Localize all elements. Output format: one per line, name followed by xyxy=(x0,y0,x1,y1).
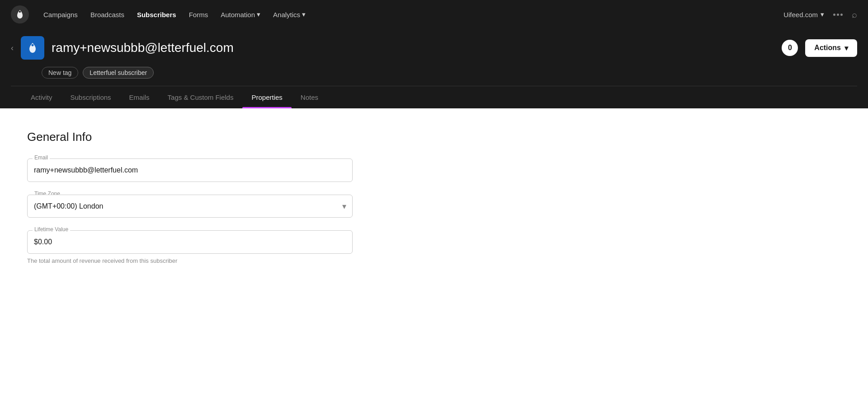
subscriber-header: ‹ ramy+newsubbb@letterfuel.com 0 Actions… xyxy=(0,29,868,108)
subscriber-score-badge: 0 xyxy=(782,40,798,56)
timezone-field-group: Time Zone (GMT+00:00) London ▾ xyxy=(27,195,353,218)
back-arrow-icon[interactable]: ‹ xyxy=(11,43,14,53)
nav-forms[interactable]: Forms xyxy=(189,11,208,19)
subscriber-top-row: ‹ ramy+newsubbb@letterfuel.com 0 Actions… xyxy=(11,36,857,67)
nav-campaigns[interactable]: Campaigns xyxy=(43,11,78,19)
lifetime-value-field-group: Lifetime Value The total amount of reven… xyxy=(27,230,353,264)
timezone-select-wrap: (GMT+00:00) London ▾ xyxy=(27,195,353,218)
lifetime-value-label: Lifetime Value xyxy=(33,226,70,233)
tab-tags-custom-fields[interactable]: Tags & Custom Fields xyxy=(159,86,243,108)
email-input[interactable] xyxy=(27,158,353,182)
new-tag-chip[interactable]: New tag xyxy=(42,67,78,79)
tabs-bar: Activity Subscriptions Emails Tags & Cus… xyxy=(11,86,857,108)
chevron-down-icon: ▾ xyxy=(257,10,260,19)
lifetime-value-input[interactable] xyxy=(27,230,353,254)
svg-point-1 xyxy=(19,11,21,13)
chevron-down-icon: ▾ xyxy=(844,44,848,52)
section-title: General Info xyxy=(27,130,841,144)
more-options-button[interactable] xyxy=(833,14,843,16)
svg-point-3 xyxy=(32,44,34,47)
tab-notes[interactable]: Notes xyxy=(292,86,327,108)
nav-analytics[interactable]: Analytics ▾ xyxy=(273,10,306,19)
workspace-selector[interactable]: Uifeed.com ▾ xyxy=(783,10,824,19)
avatar xyxy=(21,36,44,60)
tab-subscriptions[interactable]: Subscriptions xyxy=(61,86,120,108)
lifetime-value-hint: The total amount of revenue received fro… xyxy=(27,257,353,264)
tab-activity[interactable]: Activity xyxy=(22,86,61,108)
tab-properties[interactable]: Properties xyxy=(242,86,291,108)
main-content: General Info Email Time Zone (GMT+00:00)… xyxy=(0,108,868,410)
top-nav: Campaigns Broadcasts Subscribers Forms A… xyxy=(0,0,868,29)
nav-right: Uifeed.com ▾ ⌕ xyxy=(783,9,857,20)
nav-links: Campaigns Broadcasts Subscribers Forms A… xyxy=(43,10,769,19)
tab-emails[interactable]: Emails xyxy=(120,86,159,108)
letterfuel-subscriber-tag-chip[interactable]: Letterfuel subscriber xyxy=(83,67,154,79)
actions-button[interactable]: Actions ▾ xyxy=(805,39,857,57)
email-field-group: Email xyxy=(27,158,353,182)
logo[interactable] xyxy=(11,5,29,23)
nav-broadcasts[interactable]: Broadcasts xyxy=(90,11,124,19)
email-label: Email xyxy=(33,154,50,161)
nav-subscribers[interactable]: Subscribers xyxy=(137,11,176,19)
chevron-down-icon: ▾ xyxy=(302,10,306,19)
timezone-select[interactable]: (GMT+00:00) London xyxy=(27,195,353,218)
tags-row: New tag Letterfuel subscriber xyxy=(11,67,857,86)
chevron-down-icon: ▾ xyxy=(821,10,824,19)
nav-automation[interactable]: Automation ▾ xyxy=(221,10,260,19)
actions-button-wrap: Actions ▾ xyxy=(805,39,857,57)
search-icon[interactable]: ⌕ xyxy=(852,9,857,20)
subscriber-email: ramy+newsubbb@letterfuel.com xyxy=(52,41,774,55)
